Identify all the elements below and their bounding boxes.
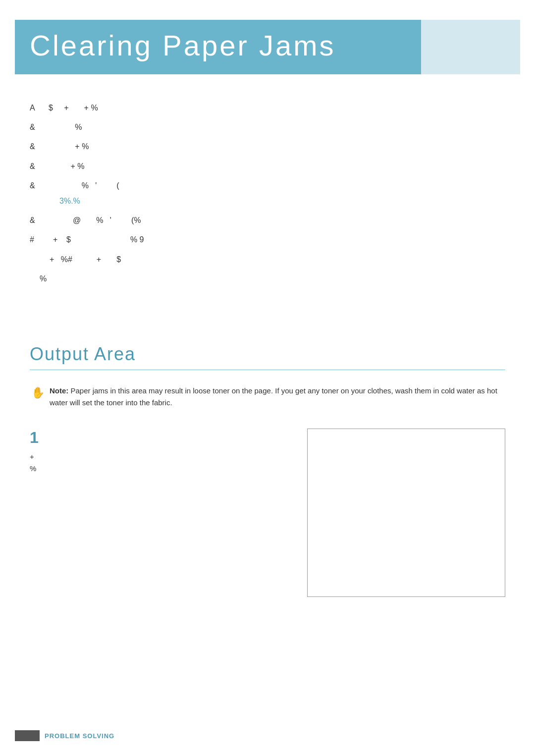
text-row-7-wrapper: # + $ % 9 + %# + $ % [30,231,505,287]
note-text: Note: Paper jams in this area may result… [50,385,505,409]
highlight-text-5: 3%.% [59,192,80,210]
section-title: Output Area [30,344,505,365]
text-row-4: & + % [30,158,505,175]
note-area: ✋ Note: Paper jams in this area may resu… [30,385,505,409]
note-icon: ✋ [30,385,45,400]
text-row-3: & + % [30,138,505,155]
step-desc-line2: % [30,463,287,475]
row-content-5: % ' ( [49,177,119,194]
text-row-5-sub: 3%.% [59,192,505,210]
step-image-box-1 [307,429,505,597]
row-label-5: & [30,177,45,194]
text-row-7-sub: + %# + $ [50,251,505,268]
step-section-1: 1 + % [30,429,505,597]
text-row-7-sub2: % [40,270,505,287]
footer-text: PROBLEM SOLVING [45,732,114,740]
row-sub2-7: % [40,270,47,287]
step-left-1: 1 + % [30,429,287,475]
hand-icon: ✋ [30,385,44,399]
step-desc-1: + % [30,451,287,475]
note-label: Note: [50,386,68,395]
step-number-1: 1 [30,429,287,447]
section-divider [30,370,505,370]
page-title: Clearing Paper Jams [15,20,520,71]
footer-label: PROBLEM SOLVING [45,732,114,740]
row-content-7: + $ % 9 [49,231,144,248]
row-content-6: @ % ' (% [49,212,141,229]
text-row-1: A $ + + % [30,99,505,116]
row-content-3: + % [49,138,89,155]
header-banner: Clearing Paper Jams [15,20,520,74]
row-label-2: & [30,118,45,136]
step-desc-line1: + [30,451,287,463]
row-label-4: & [30,158,45,175]
text-row-5-wrapper: & % ' ( 3%.% [30,177,505,210]
footer: PROBLEM SOLVING [15,730,114,741]
text-row-6: & @ % ' (% [30,212,505,229]
sparse-text-area: A $ + + % & % & + % & + % & % [30,99,505,287]
row-label-3: & [30,138,45,155]
row-content-1: $ + + % [49,99,98,116]
row-content-4: + % [49,158,84,175]
text-row-7: # + $ % 9 [30,231,505,248]
row-label-6: & [30,212,45,229]
footer-bar [15,730,40,741]
main-content: A $ + + % & % & + % & + % & % [0,74,535,304]
text-row-2: & % [30,118,505,136]
row-sub-7: + %# + $ [50,251,121,268]
row-label-a: A [30,99,45,116]
text-row-5: & % ' ( [30,177,505,194]
row-content-2: % [49,118,82,136]
row-label-7: # [30,231,45,248]
output-area-section: Output Area ✋ Note: Paper jams in this a… [0,344,535,597]
svg-text:✋: ✋ [31,386,44,399]
note-body: Paper jams in this area may result in lo… [50,386,497,407]
